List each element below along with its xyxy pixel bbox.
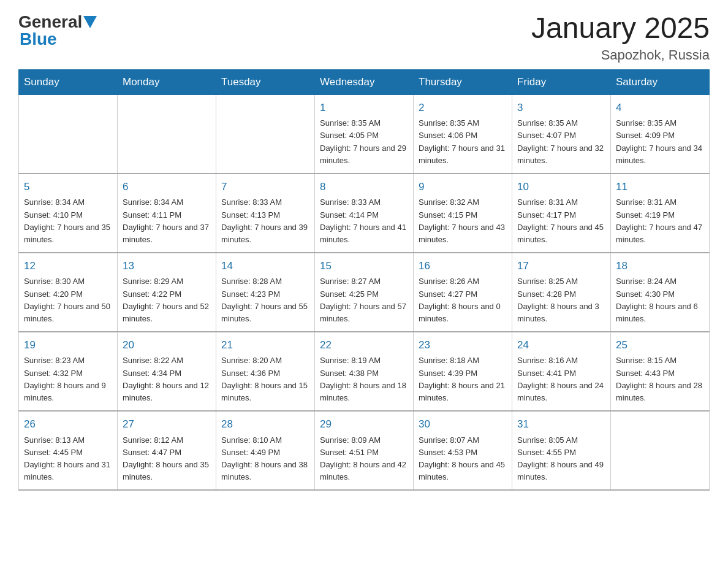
calendar-day-cell: 3Sunrise: 8:35 AM Sunset: 4:07 PM Daylig… bbox=[512, 94, 611, 174]
day-info: Sunrise: 8:12 AM Sunset: 4:47 PM Dayligh… bbox=[123, 434, 211, 484]
day-number: 30 bbox=[419, 416, 507, 432]
col-header-thursday: Thursday bbox=[414, 69, 512, 94]
day-number: 6 bbox=[123, 179, 211, 195]
calendar-day-cell: 20Sunrise: 8:22 AM Sunset: 4:34 PM Dayli… bbox=[118, 332, 216, 411]
day-number: 12 bbox=[24, 258, 112, 274]
logo: General Blue bbox=[18, 12, 97, 49]
day-info: Sunrise: 8:27 AM Sunset: 4:25 PM Dayligh… bbox=[320, 275, 408, 325]
calendar-day-cell: 10Sunrise: 8:31 AM Sunset: 4:17 PM Dayli… bbox=[512, 174, 611, 253]
day-info: Sunrise: 8:32 AM Sunset: 4:15 PM Dayligh… bbox=[419, 196, 507, 246]
day-info: Sunrise: 8:16 AM Sunset: 4:41 PM Dayligh… bbox=[517, 354, 605, 404]
day-number: 17 bbox=[517, 258, 605, 274]
day-number: 11 bbox=[616, 179, 704, 195]
day-number: 24 bbox=[517, 337, 605, 353]
logo-triangle-icon bbox=[83, 16, 97, 29]
calendar-day-cell: 25Sunrise: 8:15 AM Sunset: 4:43 PM Dayli… bbox=[611, 332, 710, 411]
calendar-day-cell: 17Sunrise: 8:25 AM Sunset: 4:28 PM Dayli… bbox=[512, 253, 611, 332]
day-number: 22 bbox=[320, 337, 408, 353]
day-number: 23 bbox=[419, 337, 507, 353]
day-number: 28 bbox=[221, 416, 309, 432]
day-info: Sunrise: 8:05 AM Sunset: 4:55 PM Dayligh… bbox=[517, 434, 605, 484]
day-number: 25 bbox=[616, 337, 704, 353]
calendar-day-cell: 13Sunrise: 8:29 AM Sunset: 4:22 PM Dayli… bbox=[118, 253, 216, 332]
day-info: Sunrise: 8:07 AM Sunset: 4:53 PM Dayligh… bbox=[419, 434, 507, 484]
logo-blue-text: Blue bbox=[20, 29, 57, 49]
calendar-week-row: 1Sunrise: 8:35 AM Sunset: 4:05 PM Daylig… bbox=[19, 94, 710, 174]
day-info: Sunrise: 8:19 AM Sunset: 4:38 PM Dayligh… bbox=[320, 354, 408, 404]
col-header-monday: Monday bbox=[118, 69, 216, 94]
day-number: 26 bbox=[24, 416, 112, 432]
day-info: Sunrise: 8:28 AM Sunset: 4:23 PM Dayligh… bbox=[221, 275, 309, 325]
day-number: 3 bbox=[517, 100, 605, 116]
day-info: Sunrise: 8:22 AM Sunset: 4:34 PM Dayligh… bbox=[123, 354, 211, 404]
day-number: 19 bbox=[24, 337, 112, 353]
calendar-week-row: 5Sunrise: 8:34 AM Sunset: 4:10 PM Daylig… bbox=[19, 174, 710, 253]
day-number: 9 bbox=[419, 179, 507, 195]
day-info: Sunrise: 8:20 AM Sunset: 4:36 PM Dayligh… bbox=[221, 354, 309, 404]
calendar-day-cell: 6Sunrise: 8:34 AM Sunset: 4:11 PM Daylig… bbox=[118, 174, 216, 253]
day-info: Sunrise: 8:26 AM Sunset: 4:27 PM Dayligh… bbox=[419, 275, 507, 325]
day-number: 13 bbox=[123, 258, 211, 274]
calendar-day-cell bbox=[19, 94, 118, 174]
calendar-day-cell: 26Sunrise: 8:13 AM Sunset: 4:45 PM Dayli… bbox=[19, 411, 118, 490]
calendar-header-row: SundayMondayTuesdayWednesdayThursdayFrid… bbox=[19, 69, 710, 94]
calendar-day-cell: 30Sunrise: 8:07 AM Sunset: 4:53 PM Dayli… bbox=[414, 411, 512, 490]
day-number: 8 bbox=[320, 179, 408, 195]
calendar-day-cell bbox=[611, 411, 710, 490]
calendar-day-cell: 23Sunrise: 8:18 AM Sunset: 4:39 PM Dayli… bbox=[414, 332, 512, 411]
calendar-day-cell: 7Sunrise: 8:33 AM Sunset: 4:13 PM Daylig… bbox=[216, 174, 315, 253]
calendar-title: January 2025 bbox=[531, 12, 710, 45]
calendar-day-cell: 1Sunrise: 8:35 AM Sunset: 4:05 PM Daylig… bbox=[315, 94, 414, 174]
day-number: 27 bbox=[123, 416, 211, 432]
day-info: Sunrise: 8:30 AM Sunset: 4:20 PM Dayligh… bbox=[24, 275, 112, 325]
day-number: 1 bbox=[320, 100, 408, 116]
day-info: Sunrise: 8:35 AM Sunset: 4:09 PM Dayligh… bbox=[616, 117, 704, 167]
day-info: Sunrise: 8:23 AM Sunset: 4:32 PM Dayligh… bbox=[24, 354, 112, 404]
day-number: 15 bbox=[320, 258, 408, 274]
page-header: General Blue January 2025 Sapozhok, Russ… bbox=[18, 12, 710, 63]
calendar-day-cell: 2Sunrise: 8:35 AM Sunset: 4:06 PM Daylig… bbox=[414, 94, 512, 174]
day-info: Sunrise: 8:15 AM Sunset: 4:43 PM Dayligh… bbox=[616, 354, 704, 404]
day-info: Sunrise: 8:33 AM Sunset: 4:13 PM Dayligh… bbox=[221, 196, 309, 246]
day-info: Sunrise: 8:25 AM Sunset: 4:28 PM Dayligh… bbox=[517, 275, 605, 325]
calendar-day-cell: 19Sunrise: 8:23 AM Sunset: 4:32 PM Dayli… bbox=[19, 332, 118, 411]
day-number: 21 bbox=[221, 337, 309, 353]
day-info: Sunrise: 8:09 AM Sunset: 4:51 PM Dayligh… bbox=[320, 434, 408, 484]
day-info: Sunrise: 8:24 AM Sunset: 4:30 PM Dayligh… bbox=[616, 275, 704, 325]
day-info: Sunrise: 8:18 AM Sunset: 4:39 PM Dayligh… bbox=[419, 354, 507, 404]
calendar-day-cell: 15Sunrise: 8:27 AM Sunset: 4:25 PM Dayli… bbox=[315, 253, 414, 332]
day-info: Sunrise: 8:31 AM Sunset: 4:17 PM Dayligh… bbox=[517, 196, 605, 246]
calendar-day-cell: 8Sunrise: 8:33 AM Sunset: 4:14 PM Daylig… bbox=[315, 174, 414, 253]
day-info: Sunrise: 8:29 AM Sunset: 4:22 PM Dayligh… bbox=[123, 275, 211, 325]
calendar-day-cell: 21Sunrise: 8:20 AM Sunset: 4:36 PM Dayli… bbox=[216, 332, 315, 411]
day-info: Sunrise: 8:10 AM Sunset: 4:49 PM Dayligh… bbox=[221, 434, 309, 484]
day-number: 20 bbox=[123, 337, 211, 353]
col-header-friday: Friday bbox=[512, 69, 611, 94]
calendar-day-cell: 22Sunrise: 8:19 AM Sunset: 4:38 PM Dayli… bbox=[315, 332, 414, 411]
day-info: Sunrise: 8:13 AM Sunset: 4:45 PM Dayligh… bbox=[24, 434, 112, 484]
calendar-subtitle: Sapozhok, Russia bbox=[531, 47, 710, 63]
calendar-day-cell: 28Sunrise: 8:10 AM Sunset: 4:49 PM Dayli… bbox=[216, 411, 315, 490]
day-number: 18 bbox=[616, 258, 704, 274]
calendar-day-cell: 5Sunrise: 8:34 AM Sunset: 4:10 PM Daylig… bbox=[19, 174, 118, 253]
calendar-day-cell: 14Sunrise: 8:28 AM Sunset: 4:23 PM Dayli… bbox=[216, 253, 315, 332]
calendar-day-cell: 12Sunrise: 8:30 AM Sunset: 4:20 PM Dayli… bbox=[19, 253, 118, 332]
calendar-day-cell: 18Sunrise: 8:24 AM Sunset: 4:30 PM Dayli… bbox=[611, 253, 710, 332]
day-info: Sunrise: 8:34 AM Sunset: 4:10 PM Dayligh… bbox=[24, 196, 112, 246]
day-info: Sunrise: 8:35 AM Sunset: 4:06 PM Dayligh… bbox=[419, 117, 507, 167]
calendar-week-row: 12Sunrise: 8:30 AM Sunset: 4:20 PM Dayli… bbox=[19, 253, 710, 332]
calendar-day-cell: 9Sunrise: 8:32 AM Sunset: 4:15 PM Daylig… bbox=[414, 174, 512, 253]
day-info: Sunrise: 8:35 AM Sunset: 4:07 PM Dayligh… bbox=[517, 117, 605, 167]
title-section: January 2025 Sapozhok, Russia bbox=[531, 12, 710, 63]
calendar-day-cell bbox=[216, 94, 315, 174]
day-number: 7 bbox=[221, 179, 309, 195]
day-number: 4 bbox=[616, 100, 704, 116]
day-info: Sunrise: 8:35 AM Sunset: 4:05 PM Dayligh… bbox=[320, 117, 408, 167]
col-header-tuesday: Tuesday bbox=[216, 69, 315, 94]
calendar-day-cell: 11Sunrise: 8:31 AM Sunset: 4:19 PM Dayli… bbox=[611, 174, 710, 253]
day-number: 10 bbox=[517, 179, 605, 195]
day-number: 31 bbox=[517, 416, 605, 432]
day-info: Sunrise: 8:33 AM Sunset: 4:14 PM Dayligh… bbox=[320, 196, 408, 246]
day-number: 5 bbox=[24, 179, 112, 195]
calendar-day-cell: 24Sunrise: 8:16 AM Sunset: 4:41 PM Dayli… bbox=[512, 332, 611, 411]
